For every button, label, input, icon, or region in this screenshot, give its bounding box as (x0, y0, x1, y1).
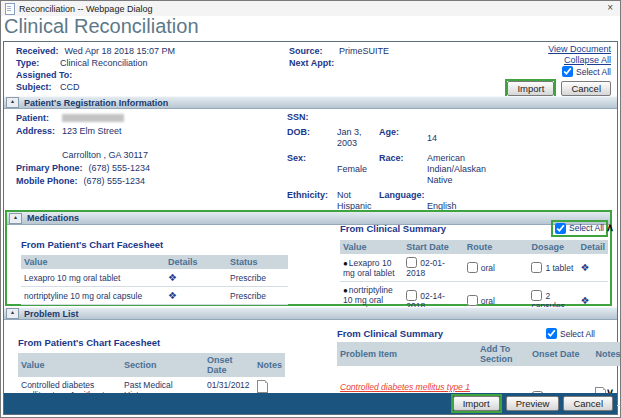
primary-phone-label: Primary Phone: (16, 162, 83, 174)
ssn-label: SSN: (287, 112, 335, 123)
medications-collapse-icon[interactable]: ▴ (9, 213, 22, 224)
title-bar: Reconciliation -- Webpage Dialog × (1, 1, 620, 16)
start-date-checkbox[interactable] (406, 257, 417, 268)
details-icon[interactable]: ❖ (580, 262, 589, 273)
age-value: 14 (427, 127, 499, 149)
notes-icon[interactable] (257, 380, 268, 393)
header-actions: View Document Collapse All Select All Im… (505, 44, 611, 98)
medications-section-title: Medications (27, 213, 79, 223)
route-checkbox[interactable] (467, 262, 478, 273)
dob-label: DOB: (287, 127, 335, 149)
sex-label: Sex: (287, 153, 335, 186)
header-select-all-checkbox[interactable] (562, 66, 573, 77)
age-label: Age: (379, 127, 425, 149)
registration-left: Patient: Address:123 Elm Street Carrollt… (16, 112, 150, 188)
start-date-checkbox[interactable] (406, 290, 417, 301)
problems-facesheet-title: From Patient's Chart Facesheet (18, 337, 160, 348)
dialog-body: Received:Wed Apr 18 2018 15:07 PM Type:C… (3, 41, 618, 415)
registration-collapse-icon[interactable]: ▴ (6, 97, 19, 108)
dialog-document-icon (5, 3, 15, 15)
header-info-mid: Source:PrimeSUITE Next Appt: (289, 45, 389, 69)
import-button-bottom[interactable]: Import (453, 396, 500, 411)
meds-clinical-title: From Clinical Summary (340, 223, 446, 234)
problems-select-all-checkbox[interactable] (546, 328, 557, 339)
medications-section: ▴ Medications From Patient's Chart Faces… (5, 210, 612, 306)
scroll-up-icon[interactable]: ∧ (606, 222, 614, 232)
col-value: Value (21, 255, 165, 269)
next-appt-label: Next Appt: (289, 57, 334, 69)
meds-facesheet-table: Value Details Status Lexapro 10 mg oral … (21, 255, 288, 305)
dosage-checkbox[interactable] (531, 262, 542, 273)
patient-name-redacted (62, 114, 124, 122)
registration-section-title: Patient's Registration Information (24, 98, 168, 108)
dialog-title: Reconciliation -- Webpage Dialog (19, 4, 152, 14)
reconciliation-dialog: Reconciliation -- Webpage Dialog × Clini… (0, 0, 621, 418)
dob-value: Jan 3, 2003 (337, 127, 377, 149)
header-select-all-label: Select All (576, 67, 611, 77)
cancel-button-bottom[interactable]: Cancel (563, 396, 613, 411)
cancel-button-top[interactable]: Cancel (561, 81, 611, 96)
problem-list-collapse-icon[interactable]: ▴ (6, 308, 19, 319)
close-icon[interactable]: × (607, 2, 613, 13)
subject-value: CCD (60, 81, 80, 93)
select-all-highlight-box: Select All (551, 220, 608, 237)
race-value: American Indian/Alaskan Native (427, 153, 499, 186)
collapse-all-link[interactable]: Collapse All (564, 55, 611, 65)
registration-section-header: ▴ Patient's Registration Information (4, 96, 617, 109)
table-row: Lexapro 10 mg oral tablet ❖ Prescribe (21, 269, 288, 287)
dosage-checkbox[interactable] (531, 290, 542, 301)
footer-bar: Import Preview Cancel (4, 393, 617, 414)
problem-list-content: From Patient's Chart Facesheet Value Sec… (4, 320, 617, 393)
details-icon[interactable]: ❖ (168, 290, 177, 301)
col-status: Status (227, 255, 288, 269)
subject-label: Subject: (16, 81, 54, 93)
footer-import-highlight-box: Import (451, 394, 502, 413)
details-icon[interactable]: ❖ (168, 272, 177, 283)
address-value: 123 Elm Street (62, 125, 122, 137)
meds-facesheet-title: From Patient's Chart Facesheet (21, 239, 163, 250)
table-row: nortriptyline 10 mg oral capsule ❖ Presc… (21, 287, 288, 305)
assigned-to-label: Assigned To: (16, 69, 72, 81)
view-document-link[interactable]: View Document (548, 44, 611, 54)
mobile-phone-label: Mobile Phone: (16, 175, 78, 187)
col-details: Details (165, 255, 227, 269)
problem-list-section-header: ▴ Problem List (4, 307, 617, 320)
source-label: Source: (289, 45, 333, 57)
status-value: Prescribe (227, 287, 288, 305)
medications-clinical-summary: From Clinical Summary Select All Value S… (340, 220, 608, 319)
preview-button[interactable]: Preview (506, 396, 560, 411)
header-info-left: Received:Wed Apr 18 2018 15:07 PM Type:C… (16, 45, 175, 93)
problem-list-section-title: Problem List (24, 309, 79, 319)
received-value: Wed Apr 18 2018 15:07 PM (65, 45, 175, 57)
received-label: Received: (16, 45, 59, 57)
sex-value: Female (337, 153, 377, 186)
type-label: Type: (16, 57, 54, 69)
table-row: ●Lexapro 10 mg oral tablet 02-01-2018 or… (340, 254, 608, 282)
details-icon[interactable]: ❖ (580, 295, 589, 306)
meds-select-all-checkbox[interactable] (555, 223, 566, 234)
route-checkbox[interactable] (467, 295, 478, 306)
page-title: Clinical Reconciliation (4, 15, 199, 38)
status-value: Prescribe (227, 269, 288, 287)
city-state-zip: Carrollton , GA 30117 (62, 149, 148, 161)
import-button-top[interactable]: Import (507, 81, 554, 96)
bullet-icon: ● (343, 286, 348, 295)
type-value: Clinical Reconciliation (60, 57, 148, 69)
medications-facesheet: From Patient's Chart Facesheet Value Det… (21, 234, 288, 305)
race-label: Race: (379, 153, 425, 186)
bullet-icon: ● (343, 259, 348, 268)
problems-clinical-title: From Clinical Summary (337, 328, 443, 339)
source-value: PrimeSUITE (339, 45, 389, 57)
